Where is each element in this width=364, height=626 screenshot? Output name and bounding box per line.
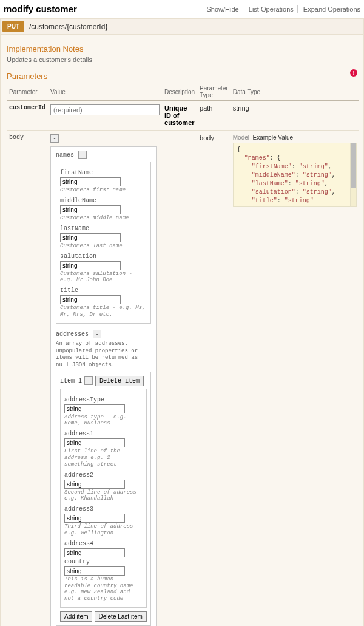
country-desc: This is a human readable country name e.…: [64, 576, 143, 602]
toggle-show-hide[interactable]: Show/Hide: [203, 5, 243, 13]
address4-input[interactable]: [64, 548, 125, 557]
address3-label: address3: [64, 506, 143, 512]
addresstype-input[interactable]: [64, 404, 125, 413]
col-data-type: Data Type: [231, 83, 359, 101]
salutation-input[interactable]: [60, 261, 121, 270]
collapse-addresses-button[interactable]: -: [93, 330, 101, 338]
firstname-desc: Customers first name: [60, 187, 147, 194]
country-label: country: [64, 559, 143, 565]
salutation-label: salutation: [60, 253, 147, 260]
body-editor: names - firstName Customers first name: [50, 146, 157, 626]
operation-options: Show/Hide List Operations Expand Operati…: [203, 5, 360, 13]
param-type: body: [197, 131, 231, 627]
param-desc: Unique ID of customer: [162, 101, 197, 131]
addresses-label: addresses: [56, 331, 89, 338]
lastname-input[interactable]: [60, 233, 121, 242]
add-item-button[interactable]: Add item: [60, 611, 92, 622]
delete-item-button[interactable]: Delete item: [95, 376, 144, 386]
http-method-badge: PUT: [2, 21, 24, 32]
address4-label: address4: [64, 540, 143, 547]
addresstype-label: addressType: [64, 396, 143, 403]
example-value-tab[interactable]: Example Value: [253, 134, 294, 141]
operation-path: /customers/{customerId}: [29, 22, 107, 31]
operation-panel: Implementation Notes Updates a customer'…: [0, 35, 364, 626]
address3-desc: Third line of address e.g. Wellington: [64, 523, 143, 537]
customer-id-input[interactable]: [50, 104, 160, 115]
firstname-input[interactable]: [60, 177, 121, 186]
param-name: customerId: [7, 101, 48, 131]
delete-last-item-button[interactable]: Delete Last item: [95, 611, 147, 622]
body-editor-wrapper: - names - firstName: [50, 134, 160, 626]
address1-label: address1: [64, 430, 143, 437]
names-group: names - firstName Customers first name: [56, 151, 151, 324]
col-parameter: Parameter: [7, 83, 48, 101]
example-value-block: { "names": { "firstName": "string", "mid…: [233, 143, 357, 207]
title-label: title: [60, 287, 147, 294]
col-param-type: Parameter Type: [197, 83, 231, 101]
collapse-item-button[interactable]: -: [84, 376, 93, 385]
col-description: Description: [162, 83, 197, 101]
operation-title: modify customer: [4, 4, 77, 14]
address2-label: address2: [64, 472, 143, 478]
addresses-group: addresses - An array of addresses. Unpop…: [56, 330, 151, 626]
example-json-body[interactable]: { "names": { "firstName": "string", "mid…: [233, 143, 351, 207]
parameters-title: Parameters: [7, 72, 47, 81]
collapse-body-button[interactable]: -: [50, 134, 59, 143]
country-input[interactable]: [64, 566, 125, 576]
salutation-desc: Customers salutation - e.g. Mr John Doe: [60, 271, 147, 284]
required-warning-icon: !: [350, 68, 357, 77]
lastname-desc: Customers last name: [60, 243, 147, 250]
param-type: path: [197, 101, 231, 131]
implementation-notes-title: Implementation Notes: [7, 44, 357, 53]
operation-heading: modify customer Show/Hide List Operation…: [0, 0, 364, 18]
addresstype-desc: Address type - e.g. Home, Business: [64, 414, 143, 427]
address1-input[interactable]: [64, 438, 125, 447]
names-label: names: [56, 152, 74, 158]
item-label: item 1: [60, 378, 82, 384]
model-example-tabs: Model Example Value: [233, 134, 357, 141]
title-desc: Customers title - e.g. Ms, Mr, Mrs, Dr e…: [60, 305, 147, 318]
param-name: body: [7, 131, 48, 627]
address3-input[interactable]: [64, 514, 125, 523]
expand-operations[interactable]: Expand Operations: [300, 5, 360, 13]
lastname-label: lastName: [60, 225, 147, 232]
list-operations[interactable]: List Operations: [245, 5, 298, 13]
addresses-item-box: item 1 - Delete item addressType: [56, 372, 151, 626]
implementation-notes-text: Updates a customer's details: [7, 56, 357, 63]
param-row-body: body - names -: [7, 131, 359, 627]
address1-desc: First line of the address e.g. 2 somethi…: [64, 448, 143, 468]
title-input[interactable]: [60, 295, 121, 304]
param-data-type: string: [231, 101, 359, 131]
col-value: Value: [48, 83, 162, 101]
middlename-label: middleName: [60, 197, 147, 204]
middlename-input[interactable]: [60, 205, 121, 214]
middlename-desc: Customers middle name: [60, 215, 147, 222]
address2-desc: Second line of address e.g. Khandallah: [64, 489, 143, 503]
collapse-names-button[interactable]: -: [78, 151, 87, 159]
addresses-desc: An array of addresses. Unpopulated prope…: [56, 341, 151, 369]
operation-bar[interactable]: PUT /customers/{customerId}: [0, 18, 364, 35]
parameters-table: Parameter Value Description Parameter Ty…: [7, 83, 359, 626]
address2-input[interactable]: [64, 480, 125, 489]
param-row-customerid: customerId Unique ID of customer path st…: [7, 101, 359, 131]
firstname-label: firstName: [60, 169, 147, 176]
model-tab[interactable]: Model: [233, 134, 249, 141]
scrollbar[interactable]: [351, 143, 357, 207]
